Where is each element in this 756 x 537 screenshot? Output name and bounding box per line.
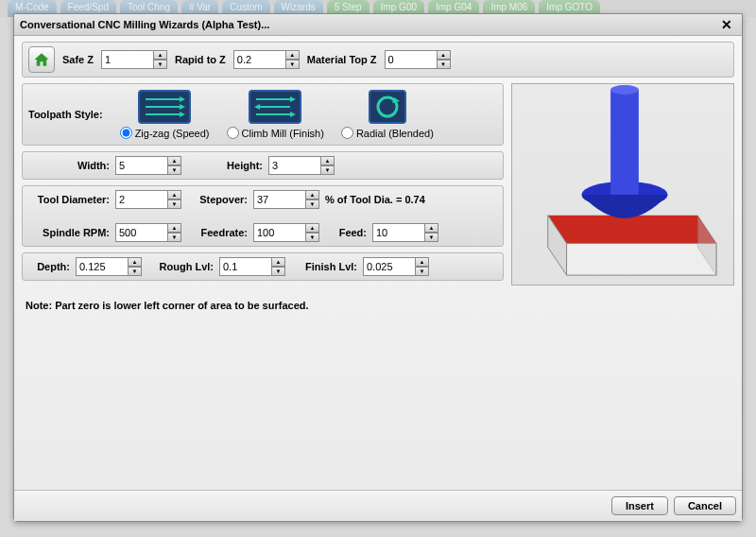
spin-up-icon[interactable]: ▲ [416,257,429,267]
tool-diameter-input[interactable]: ▲▼ [115,190,181,209]
spin-up-icon[interactable]: ▲ [306,223,319,233]
zigzag-radio-label: Zig-zag (Speed) [135,128,210,139]
close-icon[interactable]: ✕ [717,17,736,32]
spin-down-icon[interactable]: ▼ [438,60,451,69]
toolpath-style-group: Toolpath Style: Zig-zag (Speed) [22,83,504,146]
spin-down-icon[interactable]: ▼ [416,267,429,276]
svg-marker-10 [567,243,717,275]
preview-3d-icon [512,84,733,285]
svg-marker-8 [548,216,716,244]
rapid-z-input[interactable]: ▲▼ [233,50,300,69]
svg-marker-5 [290,112,296,117]
finish-level-field[interactable] [363,257,416,276]
spin-up-icon[interactable]: ▲ [321,156,335,165]
spin-up-icon[interactable]: ▲ [168,156,181,165]
depth-row: Depth: ▲▼ Rough Lvl: ▲▼ Finish Lvl: ▲▼ [22,252,504,281]
spin-down-icon[interactable]: ▼ [321,165,335,175]
rapid-z-field[interactable] [233,50,286,69]
spin-down-icon[interactable]: ▼ [129,267,142,276]
height-field[interactable] [268,156,321,175]
svg-marker-1 [180,104,185,110]
material-top-z-label: Material Top Z [307,54,377,65]
spin-up-icon[interactable]: ▲ [286,50,300,60]
spin-down-icon[interactable]: ▼ [168,199,181,209]
spin-down-icon[interactable]: ▼ [168,233,181,242]
safe-z-input[interactable]: ▲▼ [101,50,167,69]
spin-up-icon[interactable]: ▲ [168,223,181,233]
spin-down-icon[interactable]: ▼ [168,165,181,175]
svg-point-14 [610,85,639,95]
preview-pane [511,83,734,286]
spin-down-icon[interactable]: ▼ [286,60,300,69]
spindle-rpm-label: Spindle RPM: [28,227,110,238]
radial-radio-label: Radial (Blended) [356,128,434,139]
stepover-input[interactable]: ▲▼ [253,190,319,209]
top-toolbar: Safe Z ▲▼ Rapid to Z ▲▼ Material Top Z ▲… [22,42,734,78]
spindle-rpm-input[interactable]: ▲▼ [115,223,181,242]
spin-down-icon[interactable]: ▼ [425,233,438,242]
tool-row: Tool Diameter: ▲▼ Stepover: ▲▼ % of Tool… [22,185,504,247]
climb-radio[interactable] [227,127,239,139]
tool-diameter-field[interactable] [115,190,168,209]
dialog: Conversational CNC Milling Wizards (Alph… [13,13,743,522]
width-label: Width: [28,160,110,171]
svg-rect-13 [610,90,639,195]
depth-label: Depth: [28,261,70,272]
rapid-z-label: Rapid to Z [175,54,226,65]
width-field[interactable] [115,156,168,175]
titlebar: Conversational CNC Milling Wizards (Alph… [14,14,742,36]
spindle-rpm-field[interactable] [115,223,168,242]
feed-input[interactable]: ▲▼ [372,223,438,242]
note-text: Note: Part zero is lower left corner of … [22,286,734,324]
spin-up-icon[interactable]: ▲ [154,50,167,60]
svg-marker-3 [290,96,296,102]
finish-level-input[interactable]: ▲▼ [363,257,429,276]
height-label: Height: [187,160,263,171]
spin-up-icon[interactable]: ▲ [306,190,319,199]
toolpath-option-radial[interactable]: Radial (Blended) [341,90,434,139]
feedrate-field[interactable] [253,223,306,242]
radial-icon [369,90,406,124]
finish-level-label: Finish Lvl: [291,261,357,272]
spin-up-icon[interactable]: ▲ [168,190,181,199]
rough-level-field[interactable] [219,257,272,276]
depth-input[interactable]: ▲▼ [76,257,142,276]
spin-down-icon[interactable]: ▼ [154,60,167,69]
stepover-field[interactable] [253,190,306,209]
rough-level-input[interactable]: ▲▼ [219,257,285,276]
radial-radio[interactable] [341,127,353,139]
toolpath-option-climb[interactable]: Climb Mill (Finish) [227,90,324,139]
feedrate-input[interactable]: ▲▼ [253,223,319,242]
dialog-title: Conversational CNC Milling Wizards (Alph… [20,19,269,30]
content: Safe Z ▲▼ Rapid to Z ▲▼ Material Top Z ▲… [14,36,742,490]
material-top-z-input[interactable]: ▲▼ [385,50,451,69]
svg-marker-2 [180,112,185,117]
feed-label: Feed: [325,227,367,238]
toolpath-option-zigzag[interactable]: Zig-zag (Speed) [120,90,210,139]
rough-level-label: Rough Lvl: [147,261,214,272]
zigzag-radio[interactable] [120,127,132,139]
insert-button[interactable]: Insert [611,496,668,515]
home-button[interactable] [28,46,55,73]
spin-up-icon[interactable]: ▲ [425,223,438,233]
spin-down-icon[interactable]: ▼ [272,267,285,276]
stepover-label: Stepover: [187,194,248,205]
depth-field[interactable] [76,257,129,276]
climb-radio-label: Climb Mill (Finish) [242,128,324,139]
width-input[interactable]: ▲▼ [115,156,181,175]
feed-field[interactable] [372,223,425,242]
svg-marker-0 [180,96,185,102]
spin-down-icon[interactable]: ▼ [306,233,319,242]
spin-down-icon[interactable]: ▼ [306,199,319,209]
svg-marker-4 [254,104,260,110]
spin-up-icon[interactable]: ▲ [272,257,285,267]
climb-icon [249,90,301,124]
cancel-button[interactable]: Cancel [674,496,736,515]
spin-up-icon[interactable]: ▲ [438,50,451,60]
height-input[interactable]: ▲▼ [268,156,335,175]
feedrate-label: Feedrate: [187,227,248,238]
safe-z-field[interactable] [101,50,154,69]
safe-z-label: Safe Z [62,54,94,65]
spin-up-icon[interactable]: ▲ [129,257,142,267]
material-top-z-field[interactable] [385,50,438,69]
